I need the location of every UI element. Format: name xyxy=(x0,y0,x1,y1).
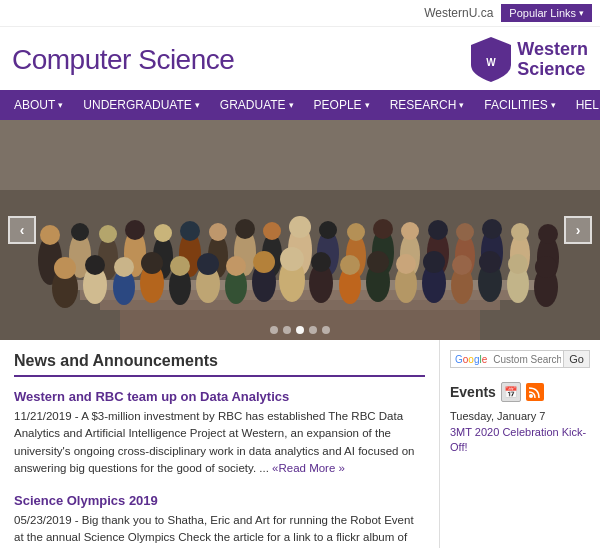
nav-arrow-research: ▾ xyxy=(459,100,464,110)
events-title: Events xyxy=(450,384,496,400)
news-headline-2[interactable]: Science Olympics 2019 xyxy=(14,493,425,508)
search-box: Google Go xyxy=(450,350,590,368)
nav-item-facilities[interactable]: FACILITIES ▾ xyxy=(474,90,565,120)
hero-banner: ‹ › xyxy=(0,120,600,340)
svg-rect-81 xyxy=(0,120,600,340)
nav-arrow-graduate: ▾ xyxy=(289,100,294,110)
site-header: Computer Science W Western Science xyxy=(0,27,600,90)
crowd-svg xyxy=(0,120,600,340)
top-bar: WesternU.ca Popular Links ▾ xyxy=(0,0,600,27)
rss-icon[interactable] xyxy=(526,383,544,401)
news-body-2: 05/23/2019 - Big thank you to Shatha, Er… xyxy=(14,512,425,548)
popular-links-arrow-icon: ▾ xyxy=(579,8,584,18)
logo-area: W Western Science xyxy=(471,37,588,82)
sidebar: Google Go Events 📅 Tuesday, January 7 3M… xyxy=(440,340,600,548)
nav-item-undergraduate[interactable]: UNDERGRADUATE ▾ xyxy=(73,90,209,120)
read-more-1[interactable]: «Read More » xyxy=(272,462,345,474)
google-label: Google xyxy=(451,352,491,367)
hero-dots xyxy=(270,326,330,334)
event-date: Tuesday, January 7 xyxy=(450,410,590,422)
news-body-1: 11/21/2019 - A $3-million investment by … xyxy=(14,408,425,477)
event-link[interactable]: 3MT 2020 Celebration Kick-Off! xyxy=(450,426,586,453)
main-content: News and Announcements Western and RBC t… xyxy=(0,340,440,548)
svg-point-82 xyxy=(529,394,533,398)
search-go-button[interactable]: Go xyxy=(563,351,589,367)
nav-arrow-people: ▾ xyxy=(365,100,370,110)
svg-text:W: W xyxy=(487,57,497,68)
western-shield-icon: W xyxy=(471,37,511,82)
news-headline-1[interactable]: Western and RBC team up on Data Analytic… xyxy=(14,389,425,404)
hero-dot-4[interactable] xyxy=(309,326,317,334)
nav-arrow-about: ▾ xyxy=(58,100,63,110)
popular-links-button[interactable]: Popular Links ▾ xyxy=(501,4,592,22)
hero-dot-5[interactable] xyxy=(322,326,330,334)
nav-item-about[interactable]: ABOUT ▾ xyxy=(4,90,73,120)
content-area: News and Announcements Western and RBC t… xyxy=(0,340,600,548)
western-link[interactable]: WesternU.ca xyxy=(424,6,493,20)
nav-item-help[interactable]: HELP ▾ xyxy=(566,90,600,120)
nav-item-people[interactable]: PEOPLE ▾ xyxy=(304,90,380,120)
nav-arrow-facilities: ▾ xyxy=(551,100,556,110)
nav-item-research[interactable]: RESEARCH ▾ xyxy=(380,90,475,120)
nav-item-graduate[interactable]: GRADUATE ▾ xyxy=(210,90,304,120)
nav-arrow-undergraduate: ▾ xyxy=(195,100,200,110)
news-item-1: Western and RBC team up on Data Analytic… xyxy=(14,389,425,477)
hero-image xyxy=(0,120,600,340)
hero-dot-2[interactable] xyxy=(283,326,291,334)
hero-prev-button[interactable]: ‹ xyxy=(8,216,36,244)
page-title: Computer Science xyxy=(12,44,234,76)
hero-dot-3[interactable] xyxy=(296,326,304,334)
hero-dot-1[interactable] xyxy=(270,326,278,334)
hero-next-button[interactable]: › xyxy=(564,216,592,244)
main-navigation: ABOUT ▾ UNDERGRADUATE ▾ GRADUATE ▾ PEOPL… xyxy=(0,90,600,120)
logo-text: Western Science xyxy=(517,40,588,80)
search-input[interactable] xyxy=(491,352,563,367)
news-item-2: Science Olympics 2019 05/23/2019 - Big t… xyxy=(14,493,425,548)
popular-links-label: Popular Links xyxy=(509,7,576,19)
calendar-icon[interactable]: 📅 xyxy=(501,382,521,402)
news-section-title: News and Announcements xyxy=(14,352,425,377)
events-header: Events 📅 xyxy=(450,382,590,402)
